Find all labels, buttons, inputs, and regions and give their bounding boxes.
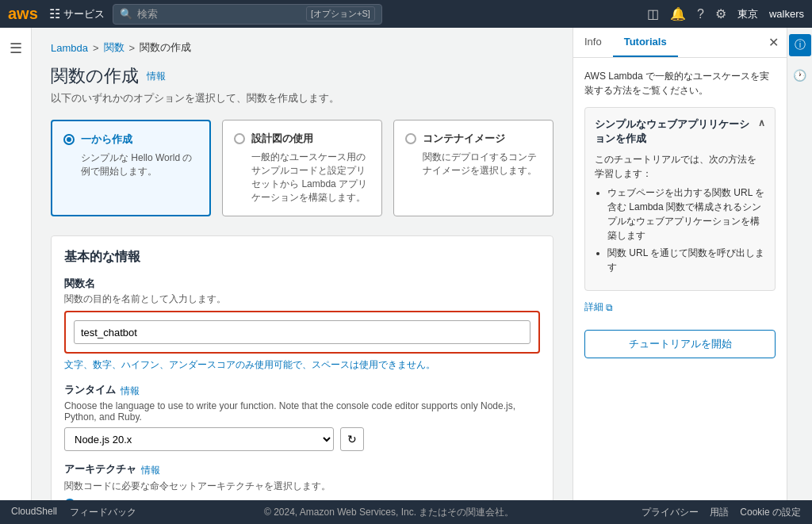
strip-info-icon[interactable]: ⓘ [789, 34, 811, 56]
breadcrumb-lambda[interactable]: Lambda [51, 42, 88, 54]
architecture-sublabel: 関数コードに必要な命令セットアーキテクチャを選択します。 [64, 480, 540, 493]
tutorial-start-button[interactable]: チュートリアルを開始 [584, 330, 776, 358]
strip-clock-icon[interactable]: 🕐 [789, 64, 811, 86]
option-container-desc: 関数にデプロイするコンテナイメージを選択します。 [405, 151, 542, 178]
function-name-field: 関数名 関数の目的を名前として入力します。 文字、数字、ハイフン、アンダースコア… [64, 277, 540, 372]
runtime-select[interactable]: Node.js 20.x [64, 427, 334, 451]
option-cards: 一から作成 シンプルな Hello World の例で開始します。 設計図の使用… [51, 120, 553, 216]
breadcrumb-current: 関数の作成 [140, 40, 191, 55]
page-title: 関数の作成 [51, 64, 139, 88]
panel-close-button[interactable]: ✕ [768, 35, 779, 50]
breadcrumb-sep1: > [93, 42, 99, 54]
terms-link[interactable]: 用語 [710, 506, 729, 519]
region-selector[interactable]: 東京 [737, 7, 758, 21]
option-container-title: コンテナイメージ [423, 132, 505, 146]
page-title-row: 関数の作成 情報 [51, 64, 553, 88]
search-shortcut: [オプション+S] [306, 6, 375, 21]
runtime-label: ランタイム [64, 383, 116, 397]
architecture-x86-label[interactable]: x86_64 [64, 498, 540, 500]
content-area: Lambda > 関数 > 関数の作成 関数の作成 情報 以下のいずれかのオプシ… [32, 28, 812, 500]
services-menu[interactable]: ☷ サービス [49, 6, 105, 21]
panel-bullet-0: ウェブページを出力する関数 URL を含む Lambda 関数で構成されるシンプ… [607, 186, 765, 243]
function-name-label: 関数名 [64, 277, 540, 291]
bottom-bar-left: CloudShell フィードバック [11, 506, 136, 519]
panel-card-chevron[interactable]: ∧ [758, 117, 765, 128]
bottom-bar-copyright: © 2024, Amazon Web Services, Inc. またはその関… [152, 506, 626, 519]
function-name-box [64, 311, 540, 354]
panel-card-body: このチュートリアルでは、次の方法を学習します： ウェブページを出力する関数 UR… [595, 152, 765, 274]
right-panel-tabs: Info Tutorials ✕ [573, 28, 787, 58]
runtime-info-link[interactable]: 情報 [121, 384, 140, 398]
function-name-sublabel: 関数の目的を名前として入力します。 [64, 293, 540, 306]
architecture-info-link[interactable]: 情報 [141, 464, 160, 477]
option-blueprint-desc: 一般的なユースケース用のサンプルコードと設定プリセットから Lambda アプリ… [234, 151, 370, 205]
cookie-link[interactable]: Cookie の設定 [740, 506, 801, 519]
terminal-icon[interactable]: ◫ [647, 6, 659, 21]
page-subtitle: 以下のいずれかのオプションを選択して、関数を作成します。 [51, 91, 553, 105]
option-card-container[interactable]: コンテナイメージ 関数にデプロイするコンテナイメージを選択します。 [393, 120, 553, 216]
main-content: Lambda > 関数 > 関数の作成 関数の作成 情報 以下のいずれかのオプシ… [32, 28, 573, 500]
tab-info[interactable]: Info [573, 28, 613, 57]
radio-blueprint [234, 133, 245, 144]
breadcrumb: Lambda > 関数 > 関数の作成 [51, 40, 553, 55]
bottom-bar-right: プライバシー 用語 Cookie の設定 [642, 506, 801, 519]
right-icon-strip: ⓘ 🕐 [787, 28, 812, 500]
panel-tutorial-card: シンプルなウェブアプリリケーションを作成 ∧ このチュートリアルでは、次の方法を… [584, 107, 776, 291]
feedback-link[interactable]: フィードバック [70, 506, 136, 519]
radio-from-scratch [63, 134, 75, 145]
aws-logo: aws [8, 5, 38, 23]
search-bar[interactable]: 🔍 [オプション+S] [113, 4, 382, 25]
option-card-from-scratch[interactable]: 一から作成 シンプルな Hello World の例で開始します。 [51, 120, 211, 216]
function-name-hint: 文字、数字、ハイフン、アンダースコアのみ使用可能で、スペースは使用できません。 [64, 358, 540, 372]
breadcrumb-sep2: > [129, 42, 136, 54]
privacy-link[interactable]: プライバシー [642, 506, 699, 519]
basic-info-section: 基本的な情報 関数名 関数の目的を名前として入力します。 文字、数字、ハイフン、… [51, 235, 553, 500]
main-layout: ☰ Lambda > 関数 > 関数の作成 関数の作成 情報 以下のいずれかのオ… [0, 28, 812, 500]
cloud-shell-link[interactable]: CloudShell [11, 506, 57, 519]
runtime-field: ランタイム 情報 Choose the language to use to w… [64, 383, 540, 451]
page-info-link[interactable]: 情報 [147, 70, 166, 83]
function-name-input[interactable] [74, 320, 530, 344]
top-nav: aws ☷ サービス 🔍 [オプション+S] ◫ 🔔 ? ⚙ 東京 walker… [0, 0, 812, 28]
runtime-refresh-button[interactable]: ↻ [340, 427, 364, 451]
sidebar: ☰ [0, 28, 32, 500]
panel-detail-link[interactable]: 詳細 ⧉ [584, 300, 613, 314]
architecture-x86-value: x86_64 [80, 498, 114, 500]
bottom-bar: CloudShell フィードバック © 2024, Amazon Web Se… [0, 500, 812, 524]
runtime-select-wrapper: Node.js 20.x ↻ [64, 427, 540, 451]
architecture-label: アーキテクチャ [64, 462, 136, 476]
architecture-field: アーキテクチャ 情報 関数コードに必要な命令セットアーキテクチャを選択します。 … [64, 462, 540, 500]
help-icon[interactable]: ? [697, 7, 704, 21]
panel-content: AWS Lambda で一般的なユースケースを実装する方法をご覧ください。 シン… [573, 58, 787, 500]
bell-icon[interactable]: 🔔 [670, 6, 686, 21]
external-link-icon: ⧉ [606, 302, 613, 313]
option-from-scratch-title: 一から作成 [81, 132, 132, 147]
settings-icon[interactable]: ⚙ [715, 6, 726, 21]
section-title: 基本的な情報 [64, 249, 540, 266]
sidebar-menu-icon[interactable]: ☰ [2, 34, 30, 63]
tab-tutorials[interactable]: Tutorials [613, 28, 678, 57]
user-menu[interactable]: walkers [769, 8, 804, 20]
panel-bullet-1: 関数 URL を通じて関数を呼び出します [607, 246, 765, 274]
panel-card-bullets: ウェブページを出力する関数 URL を含む Lambda 関数で構成されるシンプ… [595, 186, 765, 274]
option-card-blueprint[interactable]: 設計図の使用 一般的なユースケース用のサンプルコードと設定プリセットから Lam… [222, 120, 382, 216]
architecture-x86-radio [64, 499, 75, 501]
option-blueprint-title: 設計図の使用 [251, 132, 313, 146]
option-from-scratch-desc: シンプルな Hello World の例で開始します。 [63, 151, 198, 178]
panel-intro: AWS Lambda で一般的なユースケースを実装する方法をご覧ください。 [584, 69, 776, 98]
right-panel: Info Tutorials ✕ AWS Lambda で一般的なユースケースを… [573, 28, 787, 500]
radio-container [405, 133, 416, 144]
breadcrumb-functions[interactable]: 関数 [104, 40, 124, 55]
runtime-desc: Choose the language to use to write your… [64, 400, 540, 423]
search-input[interactable] [137, 8, 301, 20]
search-icon: 🔍 [120, 8, 132, 20]
architecture-options: x86_64 arm64 [64, 498, 540, 500]
panel-card-title: シンプルなウェブアプリリケーションを作成 ∧ [595, 117, 765, 146]
nav-icons: ◫ 🔔 ? ⚙ 東京 walkers [647, 6, 804, 21]
